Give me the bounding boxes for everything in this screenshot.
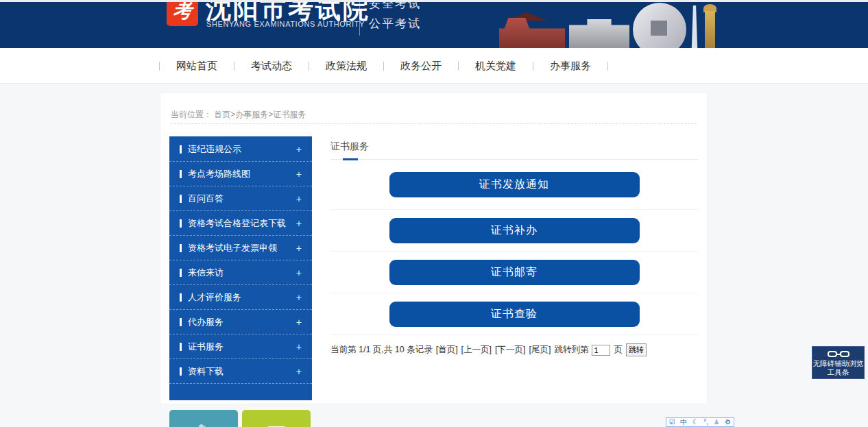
expand-plus-icon[interactable]: + — [296, 366, 302, 377]
item-marker-icon — [180, 293, 182, 302]
slogan-line2: 公平考试 — [369, 16, 421, 32]
accessibility-label-line2: 工具条 — [812, 368, 864, 377]
sidebar-item-venue-routes[interactable]: 考点考场路线图 + — [169, 162, 312, 186]
sidebar-item-certificate-services[interactable]: 证书服务 + — [169, 334, 312, 359]
sidebar-item-label: 考点考场路线图 — [188, 168, 296, 180]
sidebar-item-label: 资格考试合格登记表下载 — [188, 217, 296, 230]
nav-items: 网站首页 考试动态 政策法规 政务公开 机关党建 办事服务 — [159, 48, 608, 84]
expand-plus-icon[interactable]: + — [296, 317, 302, 328]
sidebar-item-letters-visits[interactable]: 来信来访 + — [169, 260, 312, 285]
site-header: 考 沈阳市考试院 SHENYANG EXAMINATIONS AUTHORITY… — [0, 2, 868, 48]
breadcrumb-divider — [171, 123, 697, 124]
item-marker-icon — [180, 269, 182, 277]
certificate-reissue-button[interactable]: 证书补办 — [389, 218, 640, 243]
breadcrumb-path[interactable]: 首页>办事服务>证书服务 — [214, 110, 306, 119]
item-marker-icon — [180, 219, 182, 228]
night-mode-icon[interactable]: ☾ — [692, 419, 699, 426]
sidebar-item-label: 代办服务 — [188, 316, 296, 328]
nav-item-exam-news[interactable]: 考试动态 — [234, 60, 309, 73]
item-marker-icon — [180, 318, 182, 326]
glasses-left-lens — [828, 351, 837, 357]
certificate-verification-button[interactable]: 证书查验 — [389, 302, 640, 327]
quick-link-card-box[interactable]: A — [242, 410, 311, 427]
page-jump-input[interactable] — [592, 345, 610, 356]
cityscape-collage-image — [499, 2, 723, 48]
sidebar-item-label: 资格考试电子发票申领 — [188, 242, 296, 254]
expand-plus-icon[interactable]: + — [296, 218, 302, 229]
jump-suffix-label: 页 — [614, 344, 623, 356]
nav-item-services[interactable]: 办事服务 — [533, 60, 607, 73]
seal-character: 考 — [173, 2, 192, 24]
nav-item-party-building[interactable]: 机关党建 — [459, 60, 533, 73]
pagination-info: 当前第 1/1 页,共 10 条记录 — [330, 344, 433, 356]
tower-shape — [690, 5, 699, 48]
sidebar-item-label: 资料下载 — [188, 365, 296, 378]
palace-shape — [499, 18, 565, 48]
sidebar-item-e-invoice[interactable]: 资格考试电子发票申领 + — [169, 236, 312, 260]
sidebar-item-downloads[interactable]: 资料下载 + — [169, 359, 312, 384]
sidebar-item-label: 百问百答 — [188, 193, 296, 205]
site-logo-seal[interactable]: 考 — [167, 2, 198, 26]
glasses-icon — [827, 351, 850, 357]
title-underline — [330, 159, 698, 160]
pagination-next-link[interactable]: [下一页] — [495, 344, 525, 356]
settings-gear-icon[interactable]: ⚙ — [725, 419, 731, 426]
pagination-last-link[interactable]: [尾页] — [529, 344, 551, 356]
slogan-line1: 安全考试 — [369, 2, 421, 12]
title-accent-bar — [343, 158, 358, 160]
service-row: 证书查验 — [330, 293, 698, 335]
expand-plus-icon[interactable]: + — [296, 169, 302, 180]
chinese-language-icon[interactable]: 中 — [680, 419, 687, 426]
nav-item-gov-disclosure[interactable]: 政务公开 — [384, 60, 458, 73]
service-row: 证书发放通知 — [330, 160, 698, 210]
main-content: 证书服务 证书发放通知 证书补办 证书邮寄 证书查验 当前第 1/1 页,共 1… — [330, 136, 698, 356]
nav-item-home[interactable]: 网站首页 — [160, 60, 234, 73]
expand-plus-icon[interactable]: + — [296, 341, 302, 352]
sidebar-item-registration-form-download[interactable]: 资格考试合格登记表下载 + — [169, 211, 312, 236]
expand-plus-icon[interactable]: + — [296, 193, 302, 204]
sidebar-item-label: 违纪违规公示 — [188, 143, 296, 156]
sidebar-item-agency-services[interactable]: 代办服务 + — [169, 310, 312, 334]
breadcrumb-label: 当前位置： — [171, 110, 212, 119]
pagination-prev-link[interactable]: [上一页] — [461, 344, 492, 356]
reading-guide-icon[interactable]: ☑ — [669, 419, 675, 426]
sidebar-item-faq[interactable]: 百问百答 + — [169, 186, 312, 211]
nav-item-policies[interactable]: 政策法规 — [309, 60, 383, 73]
item-marker-icon — [180, 195, 182, 203]
pen-icon: ✎ — [197, 420, 211, 427]
monument-column-shape — [705, 11, 715, 48]
item-marker-icon — [180, 244, 182, 252]
accessibility-toolbar-button[interactable]: 无障碍辅助浏览 工具条 — [812, 346, 865, 379]
sidebar-item-label: 来信来访 — [188, 267, 296, 279]
expand-plus-icon[interactable]: + — [296, 243, 302, 254]
sidebar-item-violations[interactable]: 违纪违规公示 + — [169, 137, 312, 162]
main-navbar: 网站首页 考试动态 政策法规 政务公开 机关党建 办事服务 — [0, 48, 868, 84]
certificate-issuance-notice-button[interactable]: 证书发放通知 — [389, 172, 640, 197]
jump-prefix-label: 跳转到第 — [554, 344, 588, 356]
certificate-mailing-button[interactable]: 证书邮寄 — [389, 260, 640, 285]
expand-plus-icon[interactable]: + — [296, 267, 302, 278]
pagination-bar: 当前第 1/1 页,共 10 条记录 [首页] [上一页] [下一页] [尾页]… — [330, 343, 698, 356]
expand-plus-icon[interactable]: + — [296, 144, 302, 155]
voice-reading-icon[interactable]: °, — [703, 419, 708, 426]
item-marker-icon — [180, 343, 182, 351]
content-panel: 当前位置： 首页>办事服务>证书服务 违纪违规公示 + 考点考场路线图 + 百问… — [160, 93, 708, 404]
item-marker-icon — [180, 367, 182, 376]
site-subtitle: SHENYANG EXAMINATIONS AUTHORITY — [206, 20, 365, 28]
glasses-bridge — [837, 354, 840, 355]
page-jump-button[interactable]: 跳转 — [626, 343, 647, 356]
page-title: 证书服务 — [330, 141, 698, 153]
brand-divider — [359, 2, 360, 36]
coin-building-window-shape — [651, 21, 667, 36]
glasses-right-lens — [840, 351, 849, 357]
nav-divider — [607, 62, 608, 71]
expand-plus-icon[interactable]: + — [296, 292, 302, 303]
pagination-first-link[interactable]: [首页] — [436, 344, 458, 356]
sidebar-item-label: 证书服务 — [188, 341, 296, 353]
classic-building-shape — [569, 19, 629, 48]
quick-link-write-box[interactable]: ✎ — [169, 410, 238, 427]
user-profile-icon[interactable]: ♟ — [714, 419, 720, 426]
sidebar-item-label: 人才评价服务 — [188, 291, 296, 304]
item-marker-icon — [180, 170, 182, 178]
sidebar-item-talent-evaluation[interactable]: 人才评价服务 + — [169, 285, 312, 310]
